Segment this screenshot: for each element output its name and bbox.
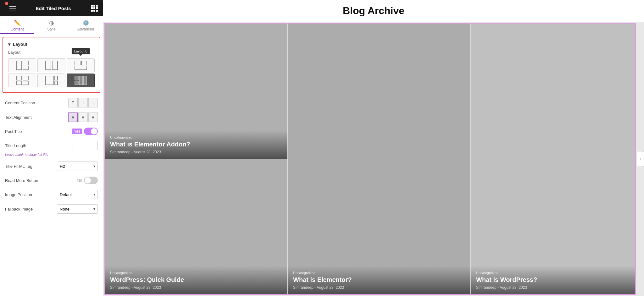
- tile-3-overlay: Uncategorized What is WordPress? Simrand…: [471, 266, 635, 294]
- tile-4[interactable]: Uncategorized WordPress: Quick Guide Sim…: [105, 159, 287, 294]
- tile-1-overlay: Uncategorized What is Elementor Addon? S…: [105, 130, 287, 159]
- tile-3-date: August 28, 2023: [500, 285, 527, 290]
- align-right-button[interactable]: ≡: [88, 112, 98, 122]
- image-position-select-wrap: Default Top Bottom Left Right: [57, 190, 98, 199]
- tile-4-date: August 28, 2023: [134, 285, 161, 290]
- fallback-image-select-wrap: None: [57, 204, 98, 214]
- text-alignment-label: Text Alignment: [5, 115, 32, 120]
- svg-rect-13: [55, 76, 58, 80]
- collapse-panel-button[interactable]: ‹: [637, 151, 644, 167]
- fallback-image-row: Fallback Image None: [0, 202, 103, 216]
- svg-rect-10: [16, 81, 22, 85]
- collapse-arrow-icon: ‹: [640, 156, 641, 162]
- tab-advanced[interactable]: ⚙️ Advanced: [69, 16, 103, 34]
- svg-rect-6: [81, 61, 87, 65]
- tile-3-category: Uncategorized: [476, 271, 630, 275]
- tile-4-title: WordPress: Quick Guide: [110, 276, 282, 283]
- left-panel: Edit Tiled Posts ✏️ Content ◑ Style ⚙️ A…: [0, 0, 103, 296]
- tile-5-date: August 28, 2023: [317, 285, 344, 290]
- content-position-label: Content Position: [5, 101, 35, 105]
- svg-rect-7: [75, 66, 87, 70]
- pos-top-button[interactable]: T: [68, 98, 78, 107]
- pencil-icon: ✏️: [14, 19, 21, 26]
- pos-bottom-button[interactable]: ↓: [88, 98, 98, 107]
- title-length-label: Title Length: [5, 143, 26, 148]
- tab-style[interactable]: ◑ Style: [34, 16, 69, 34]
- svg-rect-14: [55, 81, 58, 85]
- content-position-controls: T ⊥ ↓: [68, 98, 98, 107]
- read-more-no-label: No: [77, 178, 82, 183]
- tab-bar: ✏️ Content ◑ Style ⚙️ Advanced: [0, 16, 103, 34]
- layout-section: ▾ Layout Layout: [3, 37, 100, 93]
- tile-4-meta: Simrandeep - August 28, 2023: [110, 285, 282, 290]
- style-icon: ◑: [49, 19, 54, 26]
- text-alignment-controls: ≡ ≡ ≡: [68, 112, 98, 122]
- layout-btn-4[interactable]: [8, 74, 36, 87]
- tab-content[interactable]: ✏️ Content: [0, 16, 34, 34]
- post-title-toggle[interactable]: [84, 128, 98, 135]
- section-collapse-arrow[interactable]: ▾: [8, 42, 10, 47]
- tile-3[interactable]: Uncategorized What is WordPress? Simrand…: [471, 24, 635, 294]
- read-more-toggle[interactable]: [84, 177, 98, 184]
- image-position-select[interactable]: Default Top Bottom Left Right: [57, 190, 98, 199]
- post-title-yes-label: Yes: [72, 129, 82, 134]
- page-title: Blog Archive: [103, 0, 644, 22]
- title-length-input[interactable]: [73, 141, 98, 150]
- right-area: Blog Archive Uncategorized What is Eleme…: [103, 0, 644, 296]
- tile-5[interactable]: Uncategorized What is Elementor? Simrand…: [288, 159, 470, 294]
- layout-field-label: Layout: [6, 49, 97, 57]
- align-left-button[interactable]: ≡: [68, 112, 78, 122]
- tab-content-label: Content: [10, 27, 24, 31]
- tile-3-meta: Simrandeep - August 28, 2023: [476, 285, 630, 290]
- read-more-row: Read More Button No: [0, 173, 103, 187]
- layout-btn-2[interactable]: [37, 58, 65, 72]
- pos-middle-button[interactable]: ⊥: [78, 98, 88, 107]
- align-center-button[interactable]: ≡: [78, 112, 88, 122]
- svg-rect-0: [16, 61, 22, 70]
- tile-3-title: What is WordPress?: [476, 276, 630, 283]
- text-alignment-row: Text Alignment ≡ ≡ ≡: [0, 110, 103, 124]
- post-title-label: Post Title: [5, 129, 22, 134]
- fallback-image-select[interactable]: None: [57, 204, 98, 214]
- tile-1-author: Simrandeep: [110, 150, 130, 154]
- svg-rect-5: [75, 61, 80, 65]
- tile-5-meta: Simrandeep - August 28, 2023: [293, 285, 465, 290]
- content-with-collapse: Uncategorized What is Elementor Addon? S…: [103, 22, 644, 296]
- tile-1-meta: Simrandeep - August 28, 2023: [110, 150, 282, 154]
- svg-rect-17: [83, 76, 87, 85]
- tile-5-overlay: Uncategorized What is Elementor? Simrand…: [288, 266, 470, 294]
- tile-4-overlay: Uncategorized WordPress: Quick Guide Sim…: [105, 266, 287, 294]
- gear-icon: ⚙️: [82, 19, 89, 26]
- tile-4-author: Simrandeep: [110, 285, 130, 290]
- section-title: Layout: [13, 42, 27, 47]
- layout-btn-1[interactable]: [8, 58, 36, 72]
- svg-rect-2: [23, 66, 28, 70]
- tiled-grid: Uncategorized What is Elementor Addon? S…: [105, 24, 635, 294]
- blog-grid-container: Uncategorized What is Elementor Addon? S…: [104, 23, 636, 295]
- panel-header: Edit Tiled Posts: [0, 0, 103, 16]
- layout-btn-5[interactable]: [37, 74, 65, 87]
- tile-3-separator: -: [497, 285, 500, 290]
- svg-rect-18: [75, 81, 78, 85]
- read-more-label: Read More Button: [5, 178, 38, 183]
- tile-1-title: What is Elementor Addon?: [110, 140, 282, 148]
- title-html-tag-label: Title HTML Tag: [5, 164, 32, 169]
- title-html-tag-row: Title HTML Tag H2 H1 H3 H4 H5 H6 p span …: [0, 159, 103, 173]
- tile-5-separator: -: [314, 285, 317, 290]
- svg-rect-1: [23, 61, 28, 65]
- hamburger-button[interactable]: [9, 6, 16, 10]
- tab-style-label: Style: [47, 27, 56, 31]
- tile-5-title: What is Elementor?: [293, 276, 465, 283]
- tile-1[interactable]: Uncategorized What is Elementor Addon? S…: [105, 24, 287, 159]
- tile-1-category: Uncategorized: [110, 135, 282, 139]
- title-html-tag-select-wrap: H2 H1 H3 H4 H5 H6 p span div: [57, 162, 98, 171]
- panel-title: Edit Tiled Posts: [36, 6, 71, 11]
- title-length-hint: Leave blank to show full title: [0, 153, 103, 159]
- title-html-tag-select[interactable]: H2 H1 H3 H4 H5 H6 p span div: [57, 162, 98, 171]
- layout-btn-6[interactable]: [67, 74, 95, 87]
- svg-rect-9: [23, 76, 28, 80]
- layout-btn-3[interactable]: Layout 6: [67, 58, 95, 72]
- svg-rect-12: [46, 76, 54, 85]
- tile-4-separator: -: [131, 285, 134, 290]
- grid-icon-button[interactable]: [91, 5, 98, 12]
